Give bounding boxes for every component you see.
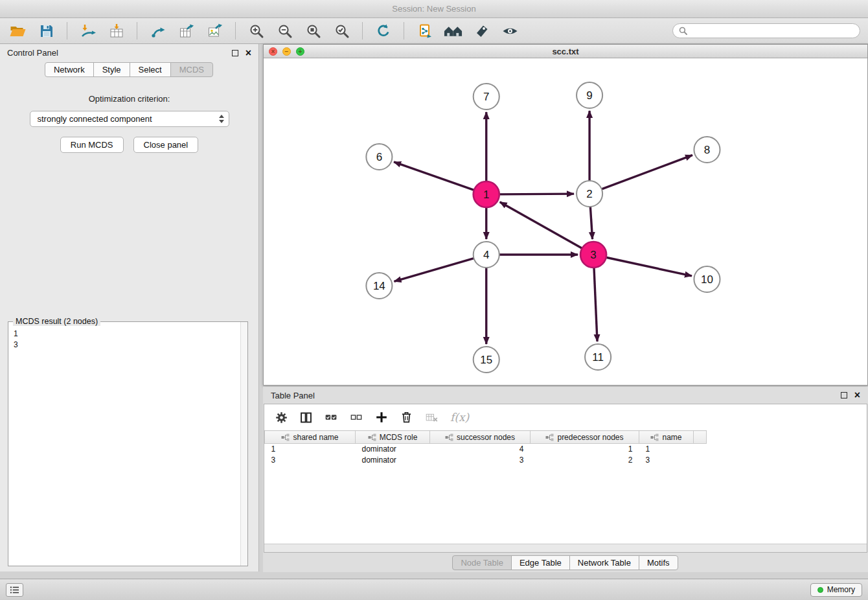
run-mcds-button[interactable]: Run MCDS	[60, 137, 124, 153]
close-window-icon[interactable]: ×	[269, 47, 277, 56]
tab-network[interactable]: Network	[45, 62, 94, 77]
graph-node-6[interactable]	[366, 144, 392, 170]
float-table-panel-icon[interactable]	[841, 392, 847, 398]
graph-node-10[interactable]	[694, 266, 720, 292]
unselect-all-button[interactable]	[349, 411, 363, 424]
column-header-filler	[694, 431, 707, 444]
graph-node-15[interactable]	[474, 347, 499, 373]
table-cell[interactable]: dominator	[356, 444, 430, 455]
table-cell[interactable]: 1	[265, 444, 356, 455]
mcds-result-item[interactable]: 3	[14, 340, 234, 351]
mcds-panel-body: Optimization criterion: strongly connect…	[0, 94, 258, 153]
close-panel-button[interactable]: Close panel	[133, 137, 199, 153]
graph-node-2[interactable]	[577, 181, 602, 207]
graph-node-14[interactable]	[366, 273, 392, 299]
maximize-window-icon[interactable]: +	[296, 47, 304, 56]
function-builder-button[interactable]: f(x)	[450, 411, 469, 424]
style-tag-icon	[474, 23, 490, 39]
column-header-successor-nodes[interactable]: successor nodes	[430, 431, 531, 444]
column-header-shared-name[interactable]: shared name	[265, 431, 356, 444]
mcds-result-list[interactable]: 13	[8, 327, 240, 566]
open-session-button[interactable]	[8, 21, 28, 41]
control-panel-header: Control Panel ×	[0, 44, 258, 62]
table-cell[interactable]: 1	[639, 444, 694, 455]
graph-node-8[interactable]	[694, 137, 720, 163]
table-cell[interactable]: 2	[531, 455, 639, 466]
table-cell[interactable]: 4	[430, 444, 531, 455]
tab-mcds[interactable]: MCDS	[170, 62, 213, 77]
show-view-button[interactable]	[500, 21, 520, 41]
table-cell[interactable]: 3	[265, 455, 356, 466]
graph-node-4[interactable]	[474, 242, 499, 268]
column-header-predecessor-nodes[interactable]: predecessor nodes	[531, 431, 639, 444]
export-network-button[interactable]	[148, 21, 168, 41]
export-table-button[interactable]	[176, 21, 196, 41]
zoom-out-button[interactable]	[275, 21, 295, 41]
mcds-result-item[interactable]: 1	[14, 329, 234, 340]
home-view-button[interactable]	[443, 21, 463, 41]
network-graph[interactable]: 7968124314101511	[264, 58, 867, 385]
graph-node-11[interactable]	[585, 344, 611, 370]
table-horizontal-scrollbar[interactable]	[264, 544, 867, 552]
zoom-fit-button[interactable]	[303, 21, 323, 41]
select-all-button[interactable]	[324, 411, 338, 424]
optimization-criterion-dropdown[interactable]: strongly connected component	[30, 111, 229, 127]
graph-edge-2-3[interactable]	[590, 207, 592, 239]
table-row[interactable]: 1dominator411	[265, 444, 707, 455]
zoom-selected-button[interactable]	[332, 21, 352, 41]
tab-style[interactable]: Style	[93, 62, 130, 77]
graph-edge-3-1[interactable]	[500, 202, 582, 248]
delete-table-button[interactable]	[424, 411, 439, 424]
tab-edge-table[interactable]: Edge Table	[511, 555, 570, 570]
zoom-in-button[interactable]	[246, 21, 266, 41]
tab-network-table[interactable]: Network Table	[569, 555, 639, 570]
table-settings-button[interactable]	[275, 411, 288, 424]
tab-node-table[interactable]: Node Table	[452, 555, 512, 570]
minimize-window-icon[interactable]: −	[282, 47, 291, 56]
task-history-button[interactable]	[6, 583, 23, 597]
import-table-button[interactable]	[106, 21, 126, 41]
table-cell[interactable]: 3	[430, 455, 531, 466]
graph-node-3[interactable]	[580, 242, 606, 268]
duplicate-network-button[interactable]	[415, 21, 435, 41]
show-columns-button[interactable]	[299, 411, 313, 424]
search-field[interactable]	[672, 23, 860, 38]
graph-node-9[interactable]	[577, 82, 602, 108]
refresh-layout-button[interactable]	[373, 21, 393, 41]
column-type-icon	[545, 433, 554, 441]
graph-edge-1-2[interactable]	[499, 194, 574, 194]
graph-edge-1-6[interactable]	[394, 162, 474, 190]
table-cell[interactable]: 1	[531, 444, 639, 455]
status-bar: Memory	[0, 579, 868, 600]
style-tag-button[interactable]	[472, 21, 492, 41]
memory-button[interactable]: Memory	[810, 583, 862, 597]
add-column-button[interactable]	[374, 410, 389, 424]
float-panel-icon[interactable]	[232, 50, 238, 56]
table-row[interactable]: 3dominator323	[265, 455, 707, 466]
search-icon	[679, 27, 687, 35]
table-cell-filler	[694, 455, 707, 466]
graph-edge-3-11[interactable]	[594, 268, 597, 341]
tab-motifs[interactable]: Motifs	[639, 555, 678, 570]
tab-select[interactable]: Select	[130, 62, 171, 77]
table-cell[interactable]: 3	[639, 455, 694, 466]
result-scrollbar[interactable]	[240, 322, 247, 566]
graph-edge-4-14[interactable]	[394, 259, 474, 282]
save-session-button[interactable]	[36, 21, 56, 41]
window-title: Session: New Session	[392, 4, 475, 14]
export-image-button[interactable]	[205, 21, 225, 41]
column-header-name[interactable]: name	[639, 431, 694, 444]
network-canvas[interactable]: 7968124314101511	[264, 58, 867, 385]
graph-edge-2-8[interactable]	[602, 155, 692, 189]
table-cell[interactable]: dominator	[356, 455, 430, 466]
import-network-button[interactable]	[78, 21, 98, 41]
graph-node-1[interactable]	[474, 181, 499, 207]
close-panel-icon[interactable]: ×	[246, 49, 251, 57]
search-input[interactable]	[691, 27, 854, 36]
close-table-panel-icon[interactable]: ×	[854, 391, 860, 399]
graph-edge-3-10[interactable]	[606, 257, 692, 276]
graph-node-7[interactable]	[474, 84, 499, 110]
delete-column-button[interactable]	[400, 410, 413, 424]
network-window-titlebar: × − + scc.txt	[264, 45, 867, 58]
column-header-MCDS-role[interactable]: MCDS role	[356, 431, 430, 444]
